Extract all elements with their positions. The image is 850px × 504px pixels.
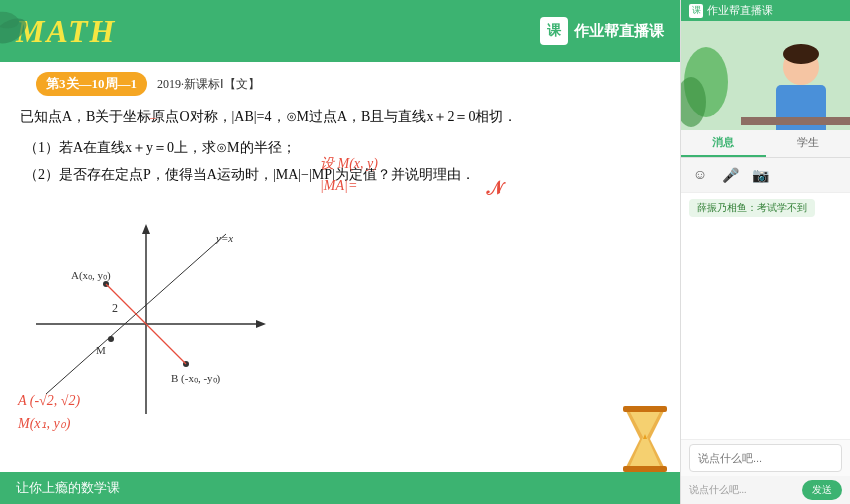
bottom-tagline: 让你上瘾的数学课 <box>16 479 120 497</box>
red-underline: ‾ <box>150 118 155 136</box>
chat-messages: 薛振乃相鱼：考试学不到 <box>681 193 850 439</box>
message-author: 薛振乃相鱼：考试学不到 <box>689 199 815 217</box>
svg-text:A(x₀, y₀): A(x₀, y₀) <box>71 269 111 282</box>
level-badge: 第3关—10周—1 <box>36 72 147 96</box>
handwritten-ma-value: 𝒩 <box>485 177 501 199</box>
svg-text:2: 2 <box>112 301 118 315</box>
svg-text:M: M <box>96 344 106 356</box>
toolbar-row: ☺ 🎤 📷 <box>681 158 850 193</box>
chat-tabs: 消息 学生 <box>681 130 850 158</box>
panel-header: 课 作业帮直播课 <box>681 0 850 21</box>
svg-marker-5 <box>142 224 150 234</box>
teacher-video: 课 作业帮直播课 <box>681 0 850 130</box>
handwritten-m: M(x₁, y₀) <box>18 415 70 432</box>
logo-text: 作业帮直播课 <box>574 22 664 41</box>
panel-header-text: 作业帮直播课 <box>707 3 773 18</box>
logo-icon: 课 <box>540 17 568 45</box>
chat-input-area <box>681 439 850 476</box>
panel-logo-icon: 课 <box>689 4 703 18</box>
svg-point-13 <box>108 336 114 342</box>
header-bar: MATH 课 作业帮直播课 <box>0 0 680 62</box>
tab-students[interactable]: 学生 <box>766 130 851 157</box>
question-hint: 说点什么吧... <box>689 483 747 497</box>
leaf-decoration-left <box>0 0 60 62</box>
chat-area: 薛振乃相鱼：考试学不到 说点什么吧... 发送 <box>681 193 850 504</box>
svg-rect-25 <box>741 117 850 125</box>
hourglass-icon <box>620 404 670 474</box>
emoji-icon[interactable]: ☺ <box>689 164 711 186</box>
bottom-bar: 让你上瘾的数学课 <box>0 472 680 504</box>
main-content: MATH 课 作业帮直播课 第3关—10周—1 2019·新课标Ⅰ【文】 已知点… <box>0 0 680 504</box>
svg-point-24 <box>783 44 819 64</box>
tab-messages[interactable]: 消息 <box>681 130 766 157</box>
bottom-action-row: 说点什么吧... 发送 <box>681 476 850 504</box>
content-body: 第3关—10周—1 2019·新课标Ⅰ【文】 已知点A，B关于坐标原点O对称，|… <box>0 62 680 196</box>
svg-rect-17 <box>623 406 667 412</box>
handwritten-note1: 设 M(x, y) <box>320 155 378 173</box>
year-text: 2019·新课标Ⅰ【文】 <box>157 76 260 93</box>
camera-icon[interactable]: 📷 <box>749 164 771 186</box>
problem-main: 已知点A，B关于坐标原点O对称，|AB|=4，⊙M过点A，B且与直线x＋2＝0相… <box>20 104 660 129</box>
right-panel: 课 作业帮直播课 消息 学生 ☺ 🎤 📷 薛振乃相鱼： <box>680 0 850 504</box>
svg-marker-4 <box>256 320 266 328</box>
message-content <box>681 219 850 223</box>
sub-header-row: 第3关—10周—1 2019·新课标Ⅰ【文】 <box>20 72 660 96</box>
handwritten-note2: |MA|= <box>320 178 357 194</box>
logo-area: 课 作业帮直播课 <box>540 17 664 45</box>
svg-text:y=x: y=x <box>215 232 233 244</box>
svg-text:B (-x₀, -y₀): B (-x₀, -y₀) <box>171 372 221 385</box>
teacher-figure-svg <box>681 22 850 130</box>
mic-icon[interactable]: 🎤 <box>719 164 741 186</box>
chat-input[interactable] <box>689 444 842 472</box>
send-button[interactable]: 发送 <box>802 480 842 500</box>
handwritten-a2: A (-√2, √2) <box>18 393 80 409</box>
